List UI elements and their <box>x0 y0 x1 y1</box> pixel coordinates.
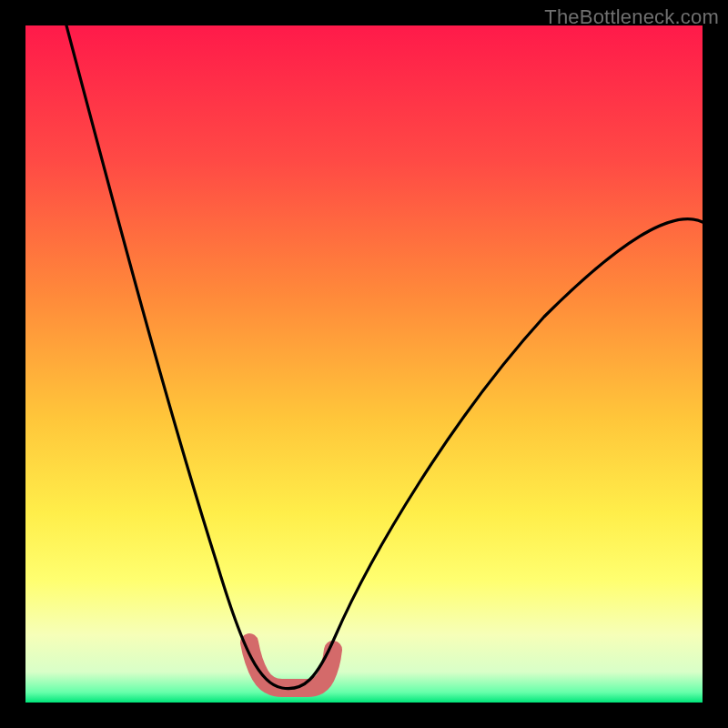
watermark-text: TheBottleneck.com <box>544 5 719 29</box>
outer-frame: TheBottleneck.com <box>0 0 728 728</box>
plot-area <box>25 25 703 703</box>
chart-svg <box>25 25 703 703</box>
gradient-background <box>25 25 703 703</box>
